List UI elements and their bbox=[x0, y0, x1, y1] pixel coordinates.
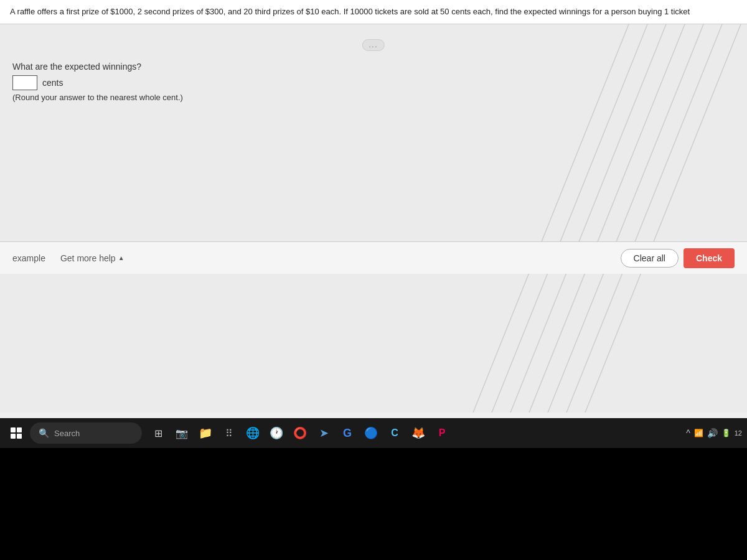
arrow-app-button[interactable]: ➤ bbox=[312, 422, 335, 444]
video-icon: 📷 bbox=[176, 427, 188, 439]
svg-line-5 bbox=[492, 24, 647, 413]
search-label: Search bbox=[54, 429, 80, 438]
content-area: ... What are the expected winnings? cent… bbox=[0, 24, 747, 413]
svg-line-2 bbox=[566, 24, 722, 413]
p-app-icon: P bbox=[439, 427, 446, 439]
clear-all-button[interactable]: Clear all bbox=[621, 249, 679, 268]
taskbar-icons: ⊞ 📷 📁 ⠿ 🌐 🕐 ⭕ ➤ G 🔵 C bbox=[147, 422, 453, 444]
svg-line-6 bbox=[473, 24, 629, 413]
chevron-up-icon[interactable]: ^ bbox=[686, 428, 690, 438]
google-icon: G bbox=[343, 427, 352, 440]
svg-line-3 bbox=[585, 24, 741, 413]
diagonal-overlay bbox=[436, 24, 747, 413]
answer-prompt: What are the expected winnings? bbox=[12, 62, 183, 72]
folder-icon: 📁 bbox=[199, 426, 212, 440]
arrow-icon: ➤ bbox=[319, 426, 329, 440]
windows-start-button[interactable] bbox=[5, 422, 27, 444]
more-dots-button[interactable]: ... bbox=[362, 39, 385, 51]
question-bar: A raffle offers a first prize of $1000, … bbox=[0, 0, 747, 24]
edge-button[interactable]: 🌐 bbox=[242, 422, 264, 444]
bottom-bar: example Get more help ▲ Clear all Check bbox=[0, 241, 747, 274]
round-note: (Round your answer to the nearest whole … bbox=[12, 93, 183, 102]
search-icon: 🔍 bbox=[39, 428, 49, 438]
windows-icon bbox=[11, 427, 22, 439]
clock-app-button[interactable]: 🕐 bbox=[265, 422, 288, 444]
example-link[interactable]: example bbox=[12, 253, 45, 263]
get-more-help-label: Get more help bbox=[60, 253, 116, 263]
question-text: A raffle offers a first prize of $1000, … bbox=[10, 7, 690, 16]
apps-grid-button[interactable]: ⠿ bbox=[218, 422, 240, 444]
circle-icon: ⭕ bbox=[293, 426, 307, 440]
answer-input[interactable] bbox=[12, 75, 37, 90]
black-background bbox=[0, 448, 747, 560]
file-explorer-button[interactable]: 📁 bbox=[194, 422, 217, 444]
answer-section: What are the expected winnings? cents (R… bbox=[12, 62, 183, 102]
time-display[interactable]: 12 bbox=[735, 429, 742, 437]
chrome-button[interactable]: 🔵 bbox=[360, 422, 382, 444]
chevron-up-icon: ▲ bbox=[118, 254, 125, 261]
animal-app-button[interactable]: 🦊 bbox=[407, 422, 430, 444]
svg-line-0 bbox=[529, 24, 685, 413]
p-app-button[interactable]: P bbox=[431, 422, 453, 444]
svg-line-4 bbox=[510, 24, 666, 413]
check-button[interactable]: Check bbox=[684, 248, 735, 268]
c-app-button[interactable]: C bbox=[383, 422, 406, 444]
circle-app-button[interactable]: ⭕ bbox=[289, 422, 311, 444]
clock-time: 12 bbox=[735, 429, 742, 437]
cents-label: cents bbox=[42, 78, 63, 88]
taskbar: 🔍 Search ⊞ 📷 📁 ⠿ 🌐 🕐 ⭕ ➤ G 🔵 bbox=[0, 418, 747, 448]
volume-icon[interactable]: 🔊 bbox=[707, 428, 718, 438]
taskbar-search[interactable]: 🔍 Search bbox=[30, 422, 142, 444]
battery-icon[interactable]: 🔋 bbox=[721, 429, 731, 437]
svg-line-1 bbox=[548, 24, 703, 413]
taskbar-right: ^ 📶 🔊 🔋 12 bbox=[686, 428, 742, 438]
network-icon[interactable]: 📶 bbox=[694, 429, 703, 437]
get-more-help-button[interactable]: Get more help ▲ bbox=[60, 253, 125, 263]
chrome-icon: 🔵 bbox=[364, 426, 378, 440]
task-view-icon: ⊞ bbox=[154, 427, 162, 439]
task-view-button[interactable]: ⊞ bbox=[147, 422, 169, 444]
animal-icon: 🦊 bbox=[411, 426, 425, 440]
google-button[interactable]: G bbox=[336, 422, 359, 444]
edge-icon: 🌐 bbox=[246, 426, 260, 440]
clock-icon: 🕐 bbox=[270, 426, 283, 440]
c-app-icon: C bbox=[391, 427, 398, 439]
grid-icon: ⠿ bbox=[225, 427, 233, 439]
video-app-button[interactable]: 📷 bbox=[171, 422, 193, 444]
